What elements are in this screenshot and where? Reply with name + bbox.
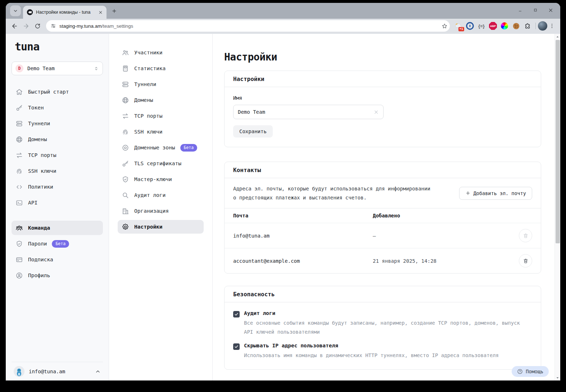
weather-extension-icon[interactable]: +1 [453,21,463,31]
globe-icon [15,136,23,143]
subnav-item-master-keys[interactable]: Мастер-ключи [118,172,204,186]
hide-ip-label[interactable]: Скрывать IP адрес пользователя [244,343,499,348]
tab-close-icon[interactable] [98,9,104,15]
scrollbar-thumb[interactable] [556,40,560,243]
cookie-extension-icon[interactable] [511,21,521,31]
sidebar-item-profile[interactable]: Профиль [12,268,103,283]
add-email-button[interactable]: Добавить эл. почту [459,187,532,200]
subnav-item-tcp-ports[interactable]: TCP порты [118,109,204,123]
hide-ip-checkbox[interactable] [233,343,240,350]
team-name: Demo Team [27,66,90,71]
contacts-card: Контакты Адреса эл. почты, которые будут… [224,162,541,274]
unfold-icon [94,66,99,71]
help-button[interactable]: Помощь [512,366,549,377]
sidebar-item-ssh-keys[interactable]: SSH ключи [12,164,103,178]
sidebar-item-domains[interactable]: Домены [12,132,103,147]
sidebar-item-tunnels[interactable]: Туннели [12,116,103,131]
sidebar-nav-primary: Быстрый старт Токен Туннели Домены TCP п… [12,85,103,211]
subnav-item-domains[interactable]: Домены [118,93,204,107]
sidebar-item-token[interactable]: Токен [12,100,103,115]
delete-email-button[interactable] [519,254,532,267]
close-window-button[interactable] [543,3,558,17]
terminal-icon [15,199,23,207]
contacts-description: Адреса эл. почты, которые будут использо… [233,184,435,202]
email-cell: info@tuna.am [233,233,373,239]
forward-button[interactable] [20,20,32,32]
audit-logs-label[interactable]: Аудит логи [244,310,528,316]
url-bar[interactable]: staging-my.tuna.am/team_settings [46,20,450,32]
arrows-swap-icon [122,112,129,120]
email-cell: accountant@example.com [233,258,373,264]
bookmark-star-icon[interactable] [442,23,448,29]
abp-label: ABP [489,22,497,30]
browser-profile-avatar[interactable] [538,21,547,31]
subnav-item-members[interactable]: Участники [118,46,204,59]
shield-check-icon [15,240,23,248]
fingerprint-icon [122,128,129,136]
audit-logs-description: Все основные события команды будут запис… [244,319,528,336]
delete-email-button[interactable] [519,229,532,242]
globe-icon [122,96,129,104]
site-settings-icon[interactable] [50,23,56,29]
contacts-card-title: Контакты [225,162,541,178]
sidebar-item-tcp-ports[interactable]: TCP порты [12,148,103,162]
adblock-extension-icon[interactable]: ABP [488,21,498,31]
scroll-down-icon[interactable] [555,375,561,380]
key-icon [122,160,129,167]
beta-badge: Бета [52,240,69,248]
audit-logs-checkbox[interactable] [233,311,240,317]
subnav-item-tunnels[interactable]: Туннели [118,77,204,91]
added-cell: 21 января 2025, 14:28 [373,258,519,264]
toolbar-divider [535,23,536,29]
plus-icon [465,190,471,196]
team-selector[interactable]: D Demo Team [12,62,103,75]
sidebar-item-passwords[interactable]: Пароли Бета [12,236,103,251]
column-email: Почта [233,213,373,218]
subnav-item-ssh-keys[interactable]: SSH ключи [118,125,204,139]
plus-icon [112,8,117,14]
added-cell: — [373,233,519,239]
security-card-title: Безопасность [225,286,541,302]
new-tab-button[interactable] [109,5,119,16]
subnav-item-tls-certificates[interactable]: TLS сертификаты [118,157,204,170]
sidebar-item-policies[interactable]: Политики [12,180,103,194]
maximize-button[interactable] [528,3,543,17]
extensions-puzzle-icon[interactable] [522,21,533,31]
clear-input-icon[interactable] [373,109,379,115]
subnav-item-audit-logs[interactable]: Аудит логи [118,188,204,202]
tab-strip: Настройки команды - tuna [6,3,560,19]
browser-menu-button[interactable] [547,20,557,32]
user-account-button[interactable]: info@tuna.am [12,362,103,380]
password-manager-extension-icon[interactable] [465,21,475,31]
back-button[interactable] [9,20,20,32]
page-title: Настройки [224,51,541,63]
browser-tab[interactable]: Настройки команды - tuna [23,6,107,19]
shortcuts-extension-icon[interactable]: {≡} [476,21,486,31]
hide-ip-description: Использовать имя команды в динамических … [244,351,499,360]
subnav-item-statistics[interactable]: Статистика [118,62,204,75]
sidebar: tuna D Demo Team Быстрый старт Токен Тун… [6,34,109,380]
column-added: Добавлено [373,213,400,218]
sidebar-item-quick-start[interactable]: Быстрый старт [12,85,103,99]
sidebar-item-team[interactable]: Команда [12,221,103,235]
home-icon [15,88,23,96]
hide-ip-option: Скрывать IP адрес пользователя Использов… [233,343,532,360]
sidebar-item-subscription[interactable]: Подписка [12,252,103,267]
team-name-input[interactable] [238,109,373,115]
browser-toolbar: staging-my.tuna.am/team_settings +1 {≡} … [6,19,560,34]
page-scrollbar[interactable] [554,34,560,380]
tuna-favicon-icon [27,9,33,15]
scroll-up-icon[interactable] [555,34,561,40]
reload-button[interactable] [32,20,43,32]
check-icon [234,312,239,316]
colorwheel-extension-icon[interactable] [499,21,510,31]
subnav-item-organization[interactable]: Организация [118,204,204,218]
weather-badge: +1 [458,27,464,31]
minimize-button[interactable] [513,3,528,17]
tab-search-button[interactable] [10,5,21,16]
sidebar-item-api[interactable]: API [12,195,103,210]
subnav-item-domain-zones[interactable]: Доменные зоны Бета [118,141,204,154]
url-text: staging-my.tuna.am/team_settings [59,23,438,29]
subnav-item-settings[interactable]: Настройки [118,220,204,234]
save-button[interactable]: Сохранить [233,125,273,138]
